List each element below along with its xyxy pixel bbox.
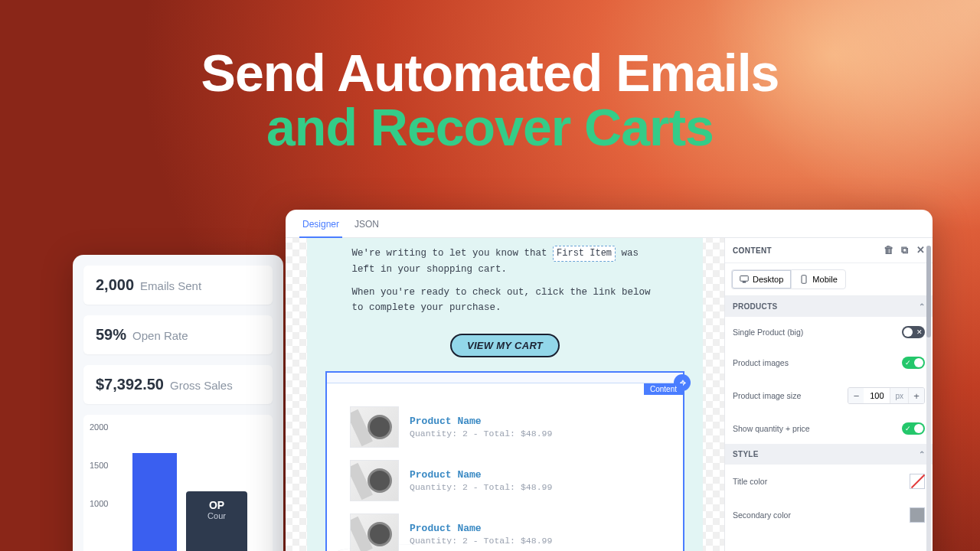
- chart: 2000 1500 1000 OP Cour: [83, 415, 273, 551]
- product-image-placeholder: [350, 514, 399, 551]
- opt-label: Product images: [733, 358, 789, 367]
- opt-show-qty-price: Show quantity + price: [725, 413, 933, 444]
- sidebar-title: CONTENT: [733, 246, 772, 255]
- email-line1a: We're writing to let you know that: [352, 248, 547, 259]
- chevron-up-icon: ⌃: [919, 450, 925, 458]
- opt-single-product: Single Product (big): [725, 317, 933, 347]
- section-products[interactable]: PRODUCTS ⌃: [725, 296, 933, 317]
- opt-secondary-color: Secondary color: [725, 498, 933, 532]
- editor-tabs: Designer JSON: [286, 210, 933, 238]
- device-tabs: Desktop Mobile: [725, 263, 933, 296]
- mobile-icon: [799, 275, 808, 284]
- product-row[interactable]: Product Name Quantity: 2 - Total: $48.99: [327, 400, 683, 454]
- designer-window: Designer JSON We're writing to let you k…: [286, 210, 933, 551]
- content-tag: Content: [644, 383, 683, 395]
- product-image-placeholder: [350, 460, 399, 501]
- product-name: Product Name: [410, 469, 552, 481]
- tooltip-sub: Cour: [186, 511, 247, 520]
- stat-label: Open Rate: [132, 329, 188, 342]
- stat-open-rate: 59% Open Rate: [83, 315, 273, 354]
- device-tab-mobile[interactable]: Mobile: [791, 269, 845, 289]
- image-size-stepper: − px +: [848, 387, 925, 404]
- product-row[interactable]: Product Name Quantity: 2 - Total: $48.99: [327, 454, 683, 507]
- y-axis-labels: 2000 1500 1000: [90, 422, 108, 537]
- duplicate-icon[interactable]: ⧉: [901, 244, 908, 256]
- opt-label: Secondary color: [733, 510, 791, 520]
- chart-bar: [132, 453, 177, 551]
- stats-card: 2,000 Emails Sent 59% Open Rate $7,392.5…: [73, 255, 283, 551]
- opt-label: Title color: [733, 477, 767, 486]
- chart-tooltip: OP Cour: [186, 491, 247, 551]
- opt-label: Product image size: [733, 391, 801, 400]
- svg-rect-1: [743, 282, 746, 283]
- tab-json[interactable]: JSON: [347, 210, 387, 237]
- stat-label: Emails Sent: [140, 279, 201, 292]
- opt-title-color: Title color: [725, 465, 933, 498]
- close-icon[interactable]: ✕: [916, 244, 925, 256]
- view-my-cart-button[interactable]: VIEW MY CART: [450, 334, 560, 357]
- block-topbar[interactable]: [327, 373, 683, 383]
- products-block[interactable]: ✥ Content ✥ Product Name Quantity: 2 - T…: [325, 371, 684, 551]
- stat-gross-sales: $7,392.50 Gross Sales: [83, 365, 273, 404]
- device-label: Mobile: [812, 275, 837, 284]
- toggle-single-product[interactable]: [902, 326, 925, 338]
- stat-emails-sent: 2,000 Emails Sent: [83, 266, 273, 305]
- properties-sidebar: CONTENT 🗑 ⧉ ✕ Desktop Mobile PRODUC: [724, 238, 933, 551]
- sidebar-header: CONTENT 🗑 ⧉ ✕: [725, 238, 933, 263]
- opt-label: Single Product (big): [733, 328, 803, 337]
- y-tick: 2000: [90, 422, 108, 461]
- color-swatch-title[interactable]: [910, 474, 925, 489]
- unit-label: px: [890, 388, 909, 403]
- email-canvas[interactable]: We're writing to let you know that First…: [286, 238, 724, 551]
- stat-label: Gross Sales: [170, 379, 233, 392]
- email-line2: When you're ready to check out, click th…: [352, 285, 658, 315]
- stat-value: $7,392.50: [96, 376, 164, 393]
- y-tick: 1500: [90, 461, 108, 499]
- svg-rect-2: [802, 276, 806, 284]
- product-name: Product Name: [410, 416, 552, 427]
- product-name: Product Name: [410, 523, 552, 534]
- device-label: Desktop: [753, 275, 783, 284]
- stat-value: 59%: [96, 326, 126, 344]
- scrollbar[interactable]: [926, 246, 931, 551]
- section-style[interactable]: STYLE ⌃: [725, 444, 933, 465]
- toggle-product-images[interactable]: [902, 357, 925, 369]
- section-title: PRODUCTS: [733, 302, 778, 311]
- svg-rect-0: [740, 276, 749, 282]
- y-tick: 1000: [90, 499, 108, 537]
- color-swatch-secondary[interactable]: [910, 507, 925, 523]
- image-size-input[interactable]: [864, 388, 890, 403]
- desktop-icon: [740, 275, 749, 284]
- product-row[interactable]: Product Name Quantity: 2 - Total: $48.99: [327, 507, 683, 551]
- stepper-minus[interactable]: −: [848, 388, 864, 403]
- opt-label: Show quantity + price: [733, 424, 810, 433]
- product-meta: Quantity: 2 - Total: $48.99: [410, 429, 552, 439]
- device-tab-desktop[interactable]: Desktop: [731, 269, 791, 289]
- section-title: STYLE: [733, 450, 759, 458]
- stat-value: 2,000: [96, 276, 134, 294]
- merge-tag-first-item[interactable]: First Item: [553, 246, 616, 262]
- delete-icon[interactable]: 🗑: [884, 244, 893, 256]
- product-meta: Quantity: 2 - Total: $48.99: [410, 482, 552, 492]
- email-body-text[interactable]: We're writing to let you know that First…: [345, 246, 666, 315]
- tab-designer[interactable]: Designer: [295, 210, 347, 237]
- opt-product-images: Product images: [725, 347, 933, 378]
- tooltip-title: OP: [209, 499, 224, 511]
- toggle-show-qty-price[interactable]: [902, 422, 925, 435]
- product-image-placeholder: [350, 406, 399, 448]
- chevron-up-icon: ⌃: [919, 302, 925, 311]
- stepper-plus[interactable]: +: [909, 388, 924, 403]
- opt-product-image-size: Product image size − px +: [725, 378, 933, 413]
